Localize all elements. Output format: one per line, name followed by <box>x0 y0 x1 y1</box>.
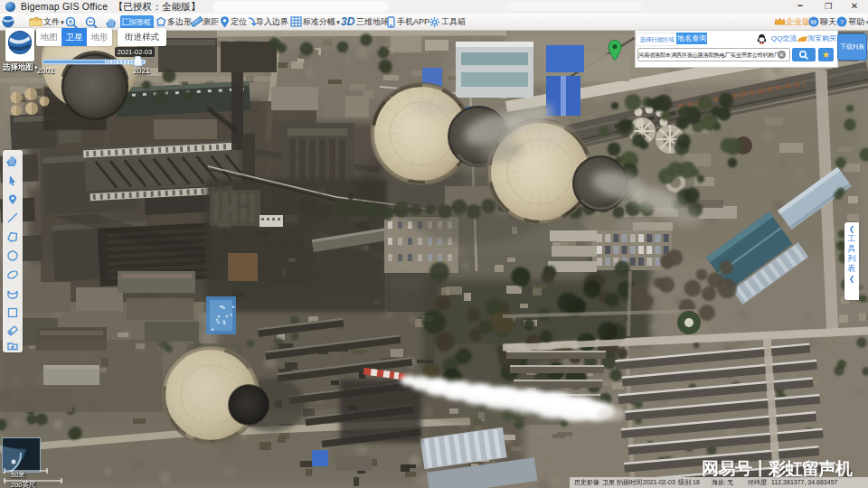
svg-text:?: ? <box>840 18 844 26</box>
